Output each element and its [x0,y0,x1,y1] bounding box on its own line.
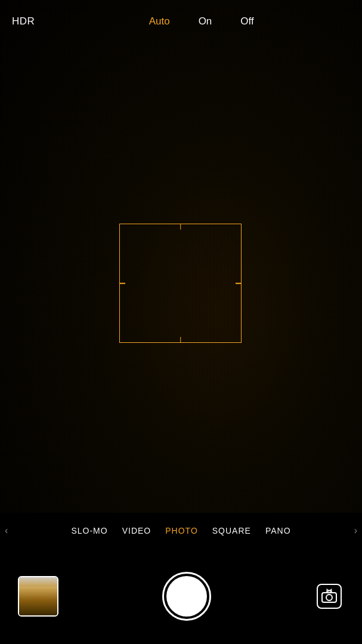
mode-slo-mo[interactable]: SLO-MO [71,526,107,535]
bottom-area: ‹ SLO-MO VIDEO PHOTO SQUARE PANO › [0,513,362,644]
hdr-options: Auto On Off [52,16,350,27]
hdr-option-on[interactable]: On [199,16,212,27]
hdr-bar: HDR Auto On Off [0,0,362,43]
shutter-button[interactable] [162,572,211,621]
hdr-option-auto[interactable]: Auto [149,16,170,27]
mode-arrow-left[interactable]: ‹ [5,525,8,536]
flip-camera-svg [321,588,338,605]
viewfinder[interactable] [0,0,362,513]
mode-row: ‹ SLO-MO VIDEO PHOTO SQUARE PANO › [0,513,362,549]
mode-arrow-right[interactable]: › [354,525,357,536]
svg-point-1 [326,595,332,600]
flip-camera-icon [317,584,342,609]
hdr-option-off[interactable]: Off [240,16,253,27]
focus-tick-left [119,283,125,284]
flip-camera-button[interactable] [314,581,344,611]
controls-row [0,549,362,644]
mode-items: SLO-MO VIDEO PHOTO SQUARE PANO [71,526,290,535]
mode-square[interactable]: SQUARE [212,526,251,535]
last-photo-thumbnail[interactable] [18,576,58,617]
focus-tick-right [236,283,242,284]
thumbnail-image [19,577,57,615]
mode-pano[interactable]: PANO [265,526,291,535]
hdr-label: HDR [12,16,35,27]
focus-box [119,224,242,343]
mode-video[interactable]: VIDEO [122,526,151,535]
mode-photo[interactable]: PHOTO [165,526,198,535]
shutter-inner [166,576,207,617]
